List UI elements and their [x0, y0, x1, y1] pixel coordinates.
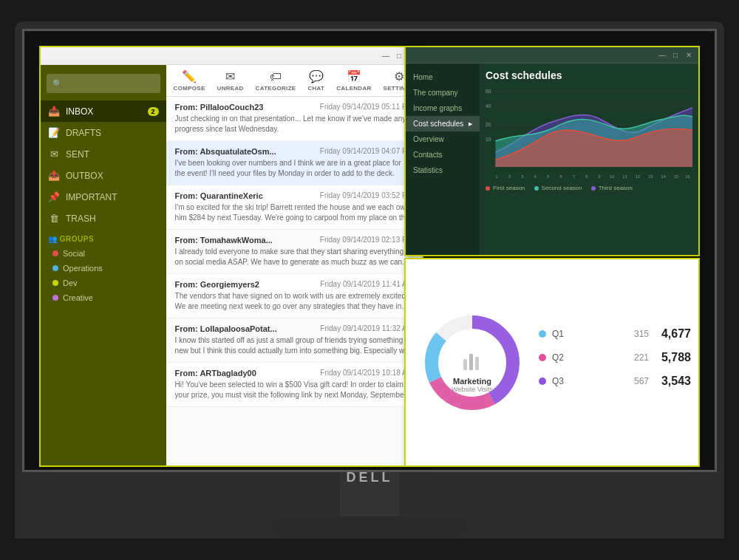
email-preview-1: I've been looking over numbers and I thi…: [175, 158, 413, 179]
marketing-body: Marketing Website Visits Q1 315 4,677: [406, 259, 698, 465]
q3-dot: [539, 378, 546, 385]
email-list[interactable]: From: PillaIooCouch23 Friday 09/14/2019 …: [166, 97, 422, 465]
svg-text:60: 60: [486, 89, 491, 94]
compose-icon: ✏️: [182, 69, 197, 83]
svg-text:9: 9: [599, 174, 601, 179]
screen-content: — □ ✕ 🔍 📥 INBOX 2: [24, 31, 715, 470]
email-item-4[interactable]: From: Georgiemyers2 Friday 09/14/2019 11…: [166, 274, 422, 318]
cost-minimize-button[interactable]: —: [657, 50, 667, 61]
email-sidebar: 🔍 📥 INBOX 2 📝 DRAFTS ✉: [41, 65, 166, 465]
svg-text:16: 16: [685, 174, 690, 179]
cost-nav-income[interactable]: Income graphs: [406, 100, 480, 116]
legend-dot-second: [534, 186, 539, 191]
email-item-6[interactable]: From: ARTbaglady00 Friday 09/14/2019 10:…: [166, 363, 422, 407]
group-dev[interactable]: Dev: [41, 276, 166, 290]
cost-body: Home The company Income graphs Cost sche…: [406, 64, 698, 255]
monitor-screen: — □ ✕ 🔍 📥 INBOX 2: [22, 29, 717, 472]
operations-dot: [52, 265, 58, 271]
cost-maximize-button[interactable]: □: [670, 50, 681, 61]
email-date-3: Friday 09/14/2019 02:13 PM: [320, 236, 413, 245]
categorize-button[interactable]: 🏷 CATEGORIZE: [256, 70, 296, 92]
email-preview-0: Just checking in on that presentation...…: [175, 114, 413, 134]
cost-window: — □ ✕ Home The company Income graphs Cos…: [404, 46, 700, 256]
dell-logo: DELL: [347, 470, 393, 485]
group-creative[interactable]: Creative: [41, 290, 166, 305]
cost-nav-company[interactable]: The company: [406, 85, 480, 100]
maximize-button[interactable]: □: [394, 51, 404, 61]
cost-nav-contacts[interactable]: Contacts: [406, 147, 480, 163]
cost-nav-statistics[interactable]: Statistics: [406, 163, 480, 178]
legend-dot-first: [486, 186, 490, 191]
inbox-icon: 📥: [48, 106, 60, 117]
minimize-button[interactable]: —: [381, 51, 391, 61]
svg-text:10: 10: [610, 174, 615, 179]
svg-text:15: 15: [674, 174, 679, 179]
svg-text:5: 5: [547, 174, 550, 179]
stats-list: Q1 315 4,677 Q2 221 5,788: [539, 327, 691, 398]
email-toolbar: ✏️ COMPOSE ✉ UNREAD 🏷 CATEGORIZE: [166, 65, 422, 97]
group-operations[interactable]: Operations: [41, 261, 166, 276]
svg-text:13: 13: [648, 174, 653, 179]
sidebar-item-sent[interactable]: ✉ SENT: [41, 143, 166, 165]
sent-icon: ✉: [48, 148, 60, 160]
email-header-0: From: PillaIooCouch23 Friday 09/14/2019 …: [175, 103, 413, 112]
email-preview-6: Hi! You've been selected to win a $500 V…: [175, 380, 413, 400]
dev-dot: [52, 280, 58, 286]
email-header-4: From: Georgiemyers2 Friday 09/14/2019 11…: [175, 280, 413, 289]
cost-nav-schedules[interactable]: Cost schedules: [406, 116, 480, 132]
email-window: — □ ✕ 🔍 📥 INBOX 2: [39, 46, 423, 467]
cost-nav-home[interactable]: Home: [406, 69, 480, 85]
email-main: ✏️ COMPOSE ✉ UNREAD 🏷 CATEGORIZE: [166, 65, 422, 465]
svg-text:6: 6: [559, 174, 562, 179]
outbox-icon: 📤: [48, 170, 60, 181]
svg-text:7: 7: [573, 174, 575, 179]
sidebar-item-outbox[interactable]: 📤 OUTBOX: [41, 165, 166, 186]
q1-num1: 315: [634, 329, 649, 339]
legend-first-season: First season: [486, 185, 525, 191]
cost-sidebar: Home The company Income graphs Cost sche…: [406, 64, 480, 255]
email-titlebar: — □ ✕: [41, 47, 422, 65]
email-from-6: From: ARTbaglady00: [175, 369, 256, 378]
email-from-2: From: QuarantineXeric: [175, 191, 263, 200]
svg-text:10: 10: [486, 137, 491, 142]
q1-dot: [539, 330, 546, 338]
q3-label: Q3: [552, 376, 567, 386]
svg-text:8: 8: [585, 174, 588, 179]
cost-main: Cost schedules 60 40 20 10: [480, 64, 698, 255]
sidebar-item-drafts[interactable]: 📝 DRAFTS: [41, 122, 166, 143]
svg-text:4: 4: [534, 174, 537, 179]
email-body: 🔍 📥 INBOX 2 📝 DRAFTS ✉: [41, 65, 422, 465]
q2-dot: [539, 354, 546, 361]
unread-button[interactable]: ✉ UNREAD: [217, 69, 244, 92]
email-header-6: From: ARTbaglady00 Friday 09/14/2019 10:…: [175, 369, 413, 378]
cost-titlebar: — □ ✕: [406, 47, 698, 64]
email-item-5[interactable]: From: LollapaloosaPotat... Friday 09/14/…: [166, 318, 422, 363]
chat-button[interactable]: 💬 CHAT: [307, 69, 324, 92]
calendar-icon: 📅: [347, 69, 361, 83]
trash-icon: 🗑: [48, 213, 60, 224]
svg-text:12: 12: [636, 174, 640, 179]
important-icon: 📌: [48, 191, 60, 202]
email-item-3[interactable]: From: TomahawkWoma... Friday 09/14/2019 …: [166, 230, 422, 274]
cost-nav-overview[interactable]: Overview: [406, 132, 480, 147]
social-dot: [52, 250, 58, 256]
group-social[interactable]: Social: [41, 246, 166, 261]
compose-button[interactable]: ✏️ COMPOSE: [174, 69, 205, 92]
svg-text:11: 11: [622, 174, 627, 179]
email-header-1: From: AbsquatulateOsm... Friday 09/14/20…: [175, 147, 413, 156]
svg-text:2: 2: [508, 174, 511, 179]
sidebar-item-inbox[interactable]: 📥 INBOX 2: [41, 100, 166, 122]
email-item-1[interactable]: From: AbsquatulateOsm... Friday 09/14/20…: [166, 141, 422, 185]
email-from-1: From: AbsquatulateOsm...: [175, 147, 276, 156]
email-date-2: Friday 09/14/2019 03:52 PM: [320, 191, 413, 200]
email-preview-2: I'm so excited for the ski trip! Barrett…: [175, 202, 413, 223]
cost-close-button[interactable]: ✕: [684, 50, 694, 61]
sidebar-item-important[interactable]: 📌 IMPORTANT: [41, 186, 166, 208]
email-item-2[interactable]: From: QuarantineXeric Friday 09/14/2019 …: [166, 185, 422, 230]
email-item-0[interactable]: From: PillaIooCouch23 Friday 09/14/2019 …: [166, 97, 422, 141]
sidebar-item-trash[interactable]: 🗑 TRASH: [41, 208, 166, 229]
search-box[interactable]: 🔍: [47, 74, 160, 93]
drafts-icon: 📝: [48, 127, 60, 138]
svg-text:40: 40: [486, 103, 491, 109]
calendar-button[interactable]: 📅 CALENDAR: [336, 69, 371, 92]
